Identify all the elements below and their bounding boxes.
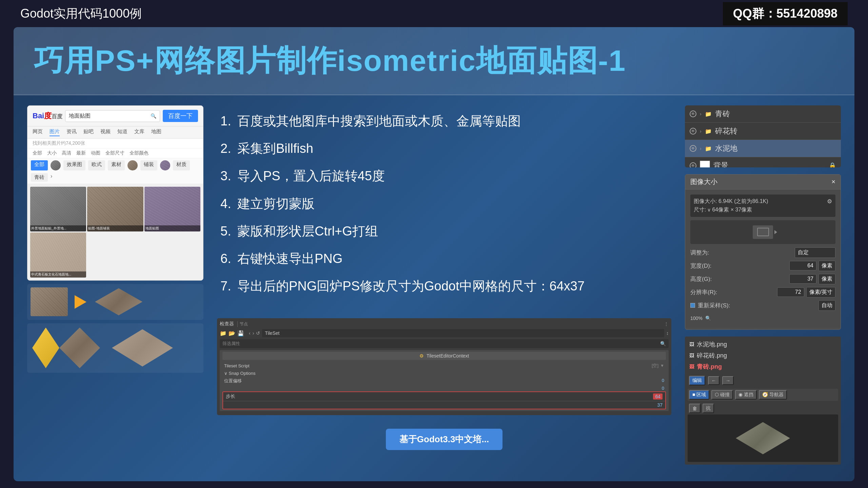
- inspector-sort-icon[interactable]: ↕: [666, 330, 669, 336]
- more-tags-icon[interactable]: ›: [51, 173, 52, 182]
- layer-visibility-4[interactable]: 👁: [690, 162, 696, 167]
- layer-visibility-3[interactable]: 👁: [690, 145, 696, 152]
- nav-news[interactable]: 资讯: [66, 128, 77, 136]
- tile-nav-right[interactable]: →: [722, 376, 734, 385]
- center-panel: 1. 百度或其他图库中搜索到地面或木质、金属等贴图 2. 采集到Billfish…: [210, 105, 678, 465]
- tile-edit-button[interactable]: 编辑: [689, 376, 705, 385]
- inspector-filter-bar[interactable]: 筛选属性 🔍: [220, 339, 669, 348]
- tag-all[interactable]: 全部: [31, 160, 48, 170]
- inspector-save-icon[interactable]: 💾: [237, 330, 244, 337]
- ps-dimension-dropdown[interactable]: ∨: [707, 207, 711, 212]
- layer-expand-3[interactable]: ›: [700, 146, 702, 151]
- layer-visibility-1[interactable]: 👁: [690, 110, 696, 117]
- ps-res-input[interactable]: [777, 287, 804, 297]
- browser-img-1[interactable]: 外景地面贴贴_外景地...: [30, 187, 86, 231]
- tile-nav-left[interactable]: ←: [708, 376, 719, 385]
- ps-height-unit[interactable]: 像素: [818, 274, 835, 284]
- layer-folder-3-icon: 📁: [705, 145, 712, 152]
- ps-height-input[interactable]: [789, 274, 816, 284]
- ps-canvas-rect: [757, 228, 769, 236]
- filter-size[interactable]: 大小: [47, 150, 57, 156]
- img-label-4: 中式青石板文化石地面地...: [30, 271, 86, 278]
- inspector-back-icon[interactable]: ‹: [249, 330, 251, 336]
- layer-name-1: 青砖: [715, 109, 836, 119]
- inspector-snap-row: ∨ Snap Options: [222, 370, 666, 377]
- nav-webpage[interactable]: 网页: [33, 128, 43, 136]
- inspector-menu-icon[interactable]: ⋮: [664, 321, 669, 327]
- ps-adjust-select[interactable]: 自定: [795, 247, 835, 258]
- ps-width-unit[interactable]: 像素: [818, 261, 835, 271]
- tile-delete-button[interactable]: 🗑: [689, 404, 701, 413]
- tile-mode-region[interactable]: ■ 区域: [689, 390, 709, 400]
- filter-quality[interactable]: 高清: [62, 150, 71, 156]
- ps-resample-select[interactable]: 自动: [818, 300, 835, 311]
- filter-latest[interactable]: 最新: [76, 150, 86, 156]
- ps-size-label: 图像大小: 6.94K (之前为86.1K): [694, 198, 768, 205]
- step-2: 2. 采集到Billfish: [220, 140, 668, 158]
- layer-expand-1[interactable]: ›: [700, 111, 702, 117]
- tile-filter-button[interactable]: 抗: [703, 404, 714, 413]
- tile-mode-occlusion[interactable]: ◉ 遮挡: [735, 390, 757, 400]
- tag-paving[interactable]: 铺装: [140, 160, 157, 170]
- inspector-script-dropdown[interactable]: ▼: [660, 363, 664, 368]
- img-label-2: 贴图-地面铺装: [87, 225, 143, 231]
- tile-mode-collision[interactable]: ⬡ 碰撞: [711, 390, 733, 400]
- search-button[interactable]: 百度一下: [163, 110, 198, 122]
- ps-preview-area: [690, 220, 835, 244]
- tag-effect[interactable]: 效果图: [63, 160, 85, 170]
- filter-gif[interactable]: 动图: [91, 150, 100, 156]
- iso-cobble-right: [59, 328, 100, 368]
- ps-width-input[interactable]: [789, 261, 816, 270]
- tile-file-shuinidi[interactable]: 🖼 水泥地.png: [688, 339, 838, 349]
- browser-img-4[interactable]: 中式青石板文化石地面地...: [30, 232, 86, 277]
- layer-expand-2[interactable]: ›: [700, 128, 702, 134]
- ps-settings-icon[interactable]: ⚙: [827, 198, 832, 205]
- layer-item-suihuazhuan: 👁 › 📁 碎花转: [685, 123, 841, 140]
- tag-material[interactable]: 素材: [108, 160, 125, 170]
- tag-thumb-2: [127, 160, 138, 170]
- left-panel: Bai度百度 地面贴图 🔍 百度一下 网页 图片 资讯 贴吧 视频 知道: [27, 105, 203, 465]
- inspector-folder1-icon[interactable]: 📁: [220, 330, 226, 337]
- nav-image[interactable]: 图片: [50, 128, 60, 136]
- iso-row-2: [27, 323, 203, 373]
- filter-color[interactable]: 全部颜色: [130, 150, 149, 156]
- step-7: 7. 导出后的PNG回炉PS修改尺寸为Godot中网格的尺寸：64x37: [220, 277, 668, 295]
- nav-ditu[interactable]: 地图: [151, 128, 161, 136]
- nav-wenku[interactable]: 文库: [134, 128, 144, 136]
- tile-file-qingzhuan[interactable]: 🖼 青砖.png: [688, 362, 838, 372]
- inspector-search-icon: 🔍: [660, 341, 666, 346]
- tag-european[interactable]: 欧式: [88, 160, 105, 170]
- tile-file-suihuazhuan[interactable]: 🖼 碎花砖.png: [688, 350, 838, 361]
- arrow-indicator: [75, 295, 86, 309]
- img-label-1: 外景地面贴贴_外景地...: [30, 225, 86, 231]
- ps-dimension-value: 64像素 × 37像素: [712, 206, 752, 214]
- step-1-text: 百度或其他图库中搜索到地面或木质、金属等贴图: [237, 112, 521, 130]
- tag-texture[interactable]: 材质: [173, 160, 190, 170]
- nav-zhidao[interactable]: 知道: [117, 128, 127, 136]
- filter-all[interactable]: 全部: [33, 150, 42, 156]
- iso-yellow-container: [32, 328, 100, 368]
- slide-content: Bai度百度 地面贴图 🔍 百度一下 网页 图片 资讯 贴吧 视频 知道: [14, 95, 854, 475]
- nav-tieba[interactable]: 贴吧: [83, 128, 94, 136]
- nav-video[interactable]: 视频: [100, 128, 111, 136]
- filter-size2[interactable]: 全部尺寸: [105, 150, 124, 156]
- layer-visibility-2[interactable]: 👁: [690, 128, 696, 135]
- ps-dialog-close-btn[interactable]: ×: [831, 178, 835, 186]
- bottom-bar-container: 基于Godot3.3中文培...: [210, 429, 678, 450]
- inspector-refresh-icon[interactable]: ↺: [256, 330, 260, 336]
- ps-res-unit[interactable]: 像素/英寸: [806, 287, 835, 298]
- inspector-title: 检查器: [220, 321, 234, 327]
- search-input[interactable]: 地面贴图 🔍: [65, 110, 160, 122]
- tag-brick[interactable]: 青砖: [31, 173, 48, 182]
- ps-resample-checkbox[interactable]: [690, 303, 695, 308]
- tile-mode-navigation[interactable]: 🧭 导航器: [759, 390, 787, 400]
- browser-img-3[interactable]: 地面贴图: [144, 187, 200, 231]
- inspector-forward-icon[interactable]: ›: [253, 330, 254, 336]
- inspector-folder2-icon[interactable]: 📂: [229, 330, 235, 337]
- godot-inspector: 检查器 节点 ⋮ 📁 📂 💾 ‹ › ↺ TileSet ↕: [217, 318, 671, 415]
- search-icon: 🔍: [151, 113, 156, 119]
- inspector-step-value2: 37: [657, 402, 663, 408]
- browser-img-2[interactable]: 贴图-地面铺装: [87, 187, 143, 231]
- inspector-subtitle: 节点: [237, 321, 250, 327]
- inspector-pos-value2-row: 0: [222, 385, 666, 391]
